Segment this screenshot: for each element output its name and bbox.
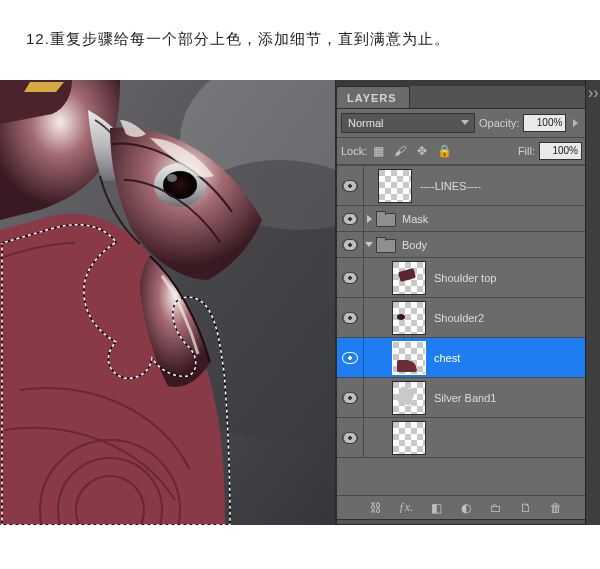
layer-shoulder-top[interactable]: Shoulder top	[337, 258, 589, 298]
layer-fx-icon[interactable]: ƒx.	[397, 500, 415, 515]
layer-name: ----LINES----	[420, 180, 481, 192]
link-layers-icon[interactable]: ⛓	[367, 501, 385, 515]
fill-value[interactable]: 100%	[539, 142, 582, 160]
blend-mode-select[interactable]: Normal	[341, 113, 475, 133]
fill-label: Fill:	[518, 145, 535, 157]
lock-all-icon[interactable]: 🔒	[437, 144, 451, 158]
new-layer-icon[interactable]: 🗋	[517, 501, 535, 515]
visibility-eye-icon[interactable]	[342, 213, 358, 225]
svg-point-7	[163, 171, 197, 199]
visibility-eye-icon[interactable]	[342, 180, 358, 192]
visibility-eye-icon[interactable]	[342, 352, 358, 364]
layers-panel-footer: ⛓ ƒx. ◧ ◐ 🗀 🗋 🗑	[337, 495, 600, 519]
layer-group-mask[interactable]: Mask	[337, 206, 589, 232]
layer-chest[interactable]: chest	[337, 338, 589, 378]
visibility-eye-icon[interactable]	[342, 312, 358, 324]
layer-thumb	[392, 301, 426, 335]
layer-thumb	[392, 341, 426, 375]
layer-silver-band1[interactable]: Silver Band1	[337, 378, 589, 418]
visibility-eye-icon[interactable]	[342, 392, 358, 404]
add-mask-icon[interactable]: ◧	[427, 501, 445, 515]
delete-layer-icon[interactable]: 🗑	[547, 501, 565, 515]
collapse-dock-icon[interactable]: ››	[588, 84, 598, 94]
new-group-icon[interactable]: 🗀	[487, 501, 505, 515]
lock-label: Lock:	[341, 145, 367, 157]
folder-icon	[376, 211, 396, 227]
instruction-text: 12.重复步骤给每一个部分上色，添加细节，直到满意为止。	[26, 30, 450, 49]
opacity-value[interactable]: 100%	[523, 114, 566, 132]
lock-paint-icon[interactable]: 🖌	[393, 144, 407, 158]
layer-name: Body	[402, 239, 427, 251]
layer-name: chest	[434, 352, 460, 364]
blend-row: Normal Opacity: 100%	[337, 109, 600, 138]
visibility-eye-icon[interactable]	[342, 239, 358, 251]
svg-point-8	[167, 174, 177, 182]
layer-extra[interactable]	[337, 418, 589, 458]
screenshot-area: LAYERS Normal Opacity: 100% Lock: ▦ 🖌 ✥ …	[0, 80, 600, 525]
dock-strip[interactable]: ››	[585, 80, 600, 525]
folder-icon	[376, 237, 396, 253]
layer-name: Shoulder2	[434, 312, 484, 324]
layer-thumb	[392, 261, 426, 295]
layer-thumb	[392, 421, 426, 455]
layer-thumb	[378, 169, 412, 203]
layer-shoulder2[interactable]: Shoulder2	[337, 298, 589, 338]
visibility-eye-icon[interactable]	[342, 272, 358, 284]
opacity-label: Opacity:	[479, 117, 519, 129]
layer-name: Mask	[402, 213, 428, 225]
layer-name: Silver Band1	[434, 392, 496, 404]
canvas-illustration	[0, 80, 335, 525]
layer-lines[interactable]: ----LINES----	[337, 166, 589, 206]
layer-group-body[interactable]: Body	[337, 232, 589, 258]
disclosure-triangle-icon[interactable]	[364, 215, 374, 223]
visibility-eye-icon[interactable]	[342, 432, 358, 444]
layer-name: Shoulder top	[434, 272, 496, 284]
opacity-flyout-icon[interactable]	[570, 114, 580, 132]
layers-tab[interactable]: LAYERS	[336, 86, 410, 109]
lock-row: Lock: ▦ 🖌 ✥ 🔒 Fill: 100%	[337, 138, 600, 165]
adjustment-layer-icon[interactable]: ◐	[457, 501, 475, 515]
disclosure-triangle-icon[interactable]	[364, 242, 374, 247]
layers-panel: LAYERS Normal Opacity: 100% Lock: ▦ 🖌 ✥ …	[335, 80, 600, 525]
lock-move-icon[interactable]: ✥	[415, 144, 429, 158]
layer-thumb	[392, 381, 426, 415]
layers-list: ----LINES---- Mask Body	[337, 165, 590, 494]
lock-transparent-icon[interactable]: ▦	[371, 144, 385, 158]
document-canvas[interactable]	[0, 80, 335, 525]
